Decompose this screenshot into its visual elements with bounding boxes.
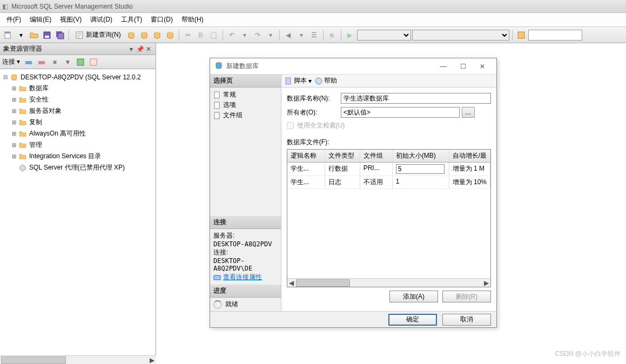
dbname-input[interactable]	[341, 93, 491, 104]
scroll-right-icon[interactable]: ▶	[147, 356, 156, 364]
cancel-button[interactable]: 取消	[442, 314, 491, 326]
minimize-button[interactable]: —	[434, 59, 453, 74]
separator	[69, 30, 69, 41]
folder-icon	[18, 153, 27, 160]
nav-back-icon[interactable]: ◀	[282, 29, 294, 41]
table-h-scrollbar[interactable]: ◀ ▶	[287, 278, 490, 287]
menu-tools[interactable]: 工具(T)	[117, 14, 146, 26]
pin-icon[interactable]: 📌	[136, 45, 144, 53]
new-database-dialog: 新建数据库 — ☐ ✕ 选择页 常规 选项 文件组 连接 服务器: DESKTO…	[210, 58, 497, 328]
script-button[interactable]: 脚本 ▾	[285, 76, 312, 85]
explorer-h-scrollbar[interactable]: ▶	[0, 355, 156, 364]
stop-icon[interactable]: ■	[49, 57, 60, 68]
separator	[512, 30, 513, 41]
dropdown-icon[interactable]: ▾	[127, 45, 135, 53]
new-project-icon[interactable]	[2, 29, 14, 41]
add-file-button[interactable]: 添加(A)	[389, 291, 438, 302]
menu-window[interactable]: 窗口(D)	[146, 14, 177, 26]
menu-file[interactable]: 件(F)	[2, 14, 25, 26]
expand-icon[interactable]: ⊞	[12, 142, 18, 148]
col-initial-size[interactable]: 初始大小(MB)	[393, 150, 449, 162]
undo-dropdown[interactable]: ▾	[239, 29, 251, 41]
nav-list-icon[interactable]: ☰	[308, 29, 320, 41]
close-icon[interactable]: ✕	[145, 45, 152, 53]
owner-input[interactable]	[341, 107, 460, 118]
redo-dropdown[interactable]: ▾	[265, 29, 277, 41]
save-icon[interactable]	[41, 29, 53, 41]
db-icon-2[interactable]	[138, 29, 150, 41]
table-row[interactable]: 学生... 行数据 PRI... 增量为 1 M	[287, 163, 490, 176]
debug-target-dropdown[interactable]	[357, 30, 411, 41]
scroll-thumb[interactable]	[1, 356, 66, 364]
db-icon-3[interactable]	[151, 29, 163, 41]
connection-header: 连接	[210, 216, 281, 229]
menu-edit[interactable]: 编辑(E)	[25, 14, 56, 26]
copy-icon[interactable]: ⎘	[195, 29, 207, 41]
title-bar: ◧ Microsoft SQL Server Management Studio	[0, 0, 626, 13]
owner-browse-button[interactable]: …	[462, 107, 475, 118]
menu-view[interactable]: 视图(V)	[56, 14, 86, 26]
paste-icon[interactable]: 📋	[208, 29, 220, 41]
tree-databases[interactable]: ⊞数据库	[1, 83, 154, 94]
new-item-icon[interactable]: ▾	[15, 29, 27, 41]
menu-debug[interactable]: 调试(D)	[86, 14, 117, 26]
scroll-left-icon[interactable]: ◀	[287, 279, 296, 287]
tree-integration-services[interactable]: ⊞Integration Services 目录	[1, 151, 154, 162]
find-icon[interactable]	[515, 29, 527, 41]
db-icon-4[interactable]	[164, 29, 176, 41]
database-dropdown[interactable]	[412, 30, 509, 41]
execute-icon[interactable]: ▶	[344, 29, 356, 41]
col-filegroup[interactable]: 文件组	[360, 150, 393, 162]
tree-security[interactable]: ⊞安全性	[1, 94, 154, 105]
activity-icon[interactable]: ⎋	[326, 29, 338, 41]
tree-replication[interactable]: ⊞复制	[1, 117, 154, 128]
col-file-type[interactable]: 文件类型	[325, 150, 360, 162]
page-filegroups[interactable]: 文件组	[213, 110, 278, 120]
menu-help[interactable]: 帮助(H)	[177, 14, 208, 26]
new-query-button[interactable]: 新建查询(N)	[72, 29, 124, 41]
redo-icon[interactable]: ↷	[252, 29, 264, 41]
col-autogrowth[interactable]: 自动增长/最	[449, 150, 490, 162]
disconnect-icon[interactable]	[36, 57, 47, 68]
page-options[interactable]: 选项	[213, 100, 278, 110]
object-explorer-toolbar: 连接 ▾ ■ ▼	[0, 55, 156, 69]
expand-icon[interactable]: ⊞	[12, 153, 18, 159]
initial-size-input[interactable]	[396, 164, 445, 174]
expand-icon[interactable]: ⊞	[12, 97, 18, 103]
connect-icon[interactable]	[23, 57, 34, 68]
col-logical-name[interactable]: 逻辑名称	[287, 150, 325, 162]
tree-alwayson[interactable]: ⊞AlwaysOn 高可用性	[1, 128, 154, 139]
open-icon[interactable]	[28, 29, 40, 41]
collapse-icon[interactable]: ⊟	[3, 74, 10, 80]
close-button[interactable]: ✕	[473, 59, 492, 74]
tree-management[interactable]: ⊞管理	[1, 139, 154, 151]
table-row[interactable]: 学生... 日志 不适用 1 增量为 10%	[287, 176, 490, 189]
expand-icon[interactable]: ⊞	[12, 108, 18, 114]
expand-icon[interactable]: ⊞	[12, 85, 18, 91]
undo-icon[interactable]: ↶	[226, 29, 238, 41]
view-connection-props[interactable]: 查看连接属性	[213, 272, 278, 282]
filter-icon[interactable]: ▼	[62, 57, 73, 68]
find-input[interactable]	[528, 30, 582, 41]
connect-label[interactable]: 连接 ▾	[2, 57, 20, 66]
tree-server-objects[interactable]: ⊞服务器对象	[1, 105, 154, 117]
refresh-icon[interactable]	[75, 57, 86, 68]
ok-button[interactable]: 确定	[388, 314, 437, 326]
dbname-label: 数据库名称(N):	[287, 94, 341, 103]
nav-fwd-icon[interactable]: ▾	[295, 29, 307, 41]
help-button[interactable]: 帮助	[315, 76, 337, 85]
expand-icon[interactable]: ⊞	[12, 119, 18, 125]
maximize-button[interactable]: ☐	[453, 59, 473, 74]
scroll-thumb[interactable]	[296, 279, 350, 287]
save-all-icon[interactable]	[54, 29, 66, 41]
page-general[interactable]: 常规	[213, 90, 278, 100]
script-icon[interactable]	[88, 57, 99, 68]
scroll-right-icon[interactable]: ▶	[482, 279, 490, 287]
progress-header: 进度	[210, 285, 281, 298]
cut-icon[interactable]: ✂	[182, 29, 194, 41]
db-icon-1[interactable]	[125, 29, 137, 41]
dialog-title-bar[interactable]: 新建数据库 — ☐ ✕	[210, 58, 496, 75]
tree-root[interactable]: ⊟ DESKTOP-A8Q2PDV (SQL Server 12.0.2	[1, 71, 154, 83]
object-tree[interactable]: ⊟ DESKTOP-A8Q2PDV (SQL Server 12.0.2 ⊞数据…	[0, 69, 156, 364]
expand-icon[interactable]: ⊞	[12, 131, 18, 137]
